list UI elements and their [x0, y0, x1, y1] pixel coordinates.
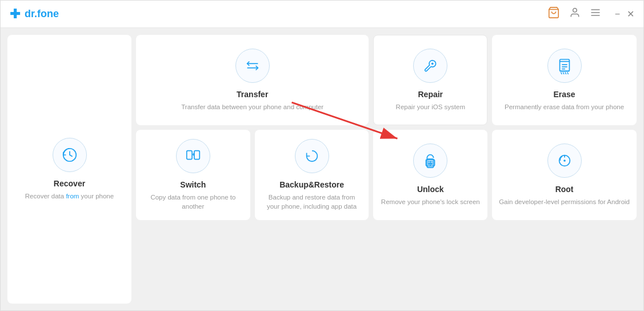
recover-icon-circle: [53, 138, 87, 172]
minimize-button[interactable]: −: [615, 10, 620, 19]
switch-title: Switch: [180, 180, 206, 189]
transfer-icon-circle: [235, 49, 270, 83]
unlock-card[interactable]: Unlock Remove your phone's lock screen: [373, 130, 487, 220]
unlock-icon-circle: [413, 143, 447, 178]
backup-title: Backup&Restore: [279, 180, 344, 189]
svg-line-15: [561, 72, 562, 74]
repair-icon-circle: [413, 49, 447, 83]
menu-icon[interactable]: [590, 7, 601, 21]
recover-title: Recover: [54, 179, 85, 188]
logo-cross-icon: ✚: [10, 7, 20, 22]
backup-card[interactable]: Backup&Restore Backup and restore data f…: [255, 130, 369, 220]
titlebar: ✚ dr.fone: [1, 1, 643, 28]
transfer-card[interactable]: Transfer Transfer data between your phon…: [136, 35, 369, 125]
main-content: Recover Recover data from your phone: [1, 28, 643, 310]
right-grid: Transfer Transfer data between your phon…: [136, 35, 637, 220]
root-card[interactable]: Root Gain developer-level permissions fo…: [492, 130, 637, 220]
backup-desc: Backup and restore data from your phone,…: [262, 193, 362, 211]
cart-icon[interactable]: [547, 6, 560, 22]
root-title: Root: [555, 185, 574, 194]
erase-card[interactable]: Erase Permanently erase data from your p…: [492, 35, 637, 125]
app-window: ✚ dr.fone: [0, 0, 644, 311]
window-controls: − ✕: [615, 10, 634, 19]
transfer-title: Transfer: [237, 90, 268, 99]
svg-point-37: [564, 160, 565, 161]
titlebar-actions: − ✕: [547, 6, 634, 22]
recover-card[interactable]: Recover Recover data from your phone: [7, 35, 131, 304]
erase-title: Erase: [554, 90, 575, 99]
svg-point-8: [431, 62, 434, 65]
switch-desc: Copy data from one phone to another: [143, 193, 243, 211]
logo: ✚ dr.fone: [10, 7, 59, 22]
repair-card[interactable]: Repair Repair your iOS system: [373, 35, 487, 125]
recover-desc-pre: Recover data: [25, 193, 66, 200]
recover-desc-post: your phone: [79, 193, 114, 200]
transfer-desc: Transfer data between your phone and com…: [181, 102, 323, 111]
unlock-desc: Remove your phone's lock screen: [381, 197, 480, 206]
svg-line-18: [567, 72, 568, 74]
recover-desc-highlight: from: [66, 193, 79, 200]
svg-line-17: [565, 72, 566, 74]
root-desc: Gain developer-level permissions for And…: [499, 197, 630, 206]
switch-card[interactable]: Switch Copy data from one phone to anoth…: [136, 130, 250, 220]
unlock-title: Unlock: [417, 185, 444, 194]
logo-text: dr.fone: [25, 8, 59, 20]
root-icon-circle: [547, 143, 582, 178]
svg-rect-20: [194, 151, 199, 160]
svg-point-1: [573, 9, 577, 13]
repair-title: Repair: [418, 90, 443, 99]
recover-desc: Recover data from your phone: [25, 192, 114, 201]
right-grid-wrapper: Transfer Transfer data between your phon…: [136, 35, 637, 304]
backup-icon-circle: [295, 139, 329, 173]
svg-line-16: [563, 72, 564, 74]
svg-rect-19: [187, 151, 192, 160]
user-icon[interactable]: [569, 7, 581, 21]
switch-icon-circle: [176, 139, 210, 173]
close-button[interactable]: ✕: [627, 10, 634, 19]
erase-icon-circle: [547, 49, 582, 83]
repair-desc: Repair your iOS system: [396, 102, 465, 111]
erase-desc: Permanently erase data from your phone: [505, 102, 624, 111]
